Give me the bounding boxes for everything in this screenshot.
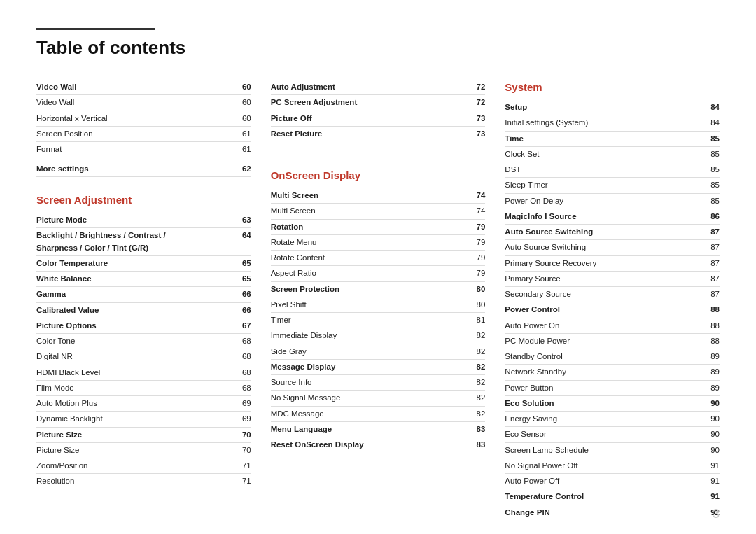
table-row: Picture Mode 63 [36, 213, 251, 228]
entry-label: More settings [36, 162, 232, 177]
table-row: Power Button 89 [505, 380, 720, 395]
entry-label: Zoom/Position [36, 458, 232, 474]
entry-page: 91 [700, 474, 720, 489]
entry-label: Gamma [36, 287, 232, 302]
table-row: Dynamic Backlight 69 [36, 412, 251, 427]
entry-label: PC Screen Adjustment [271, 95, 466, 111]
table-row: Video Wall 60 [36, 80, 251, 95]
entry-page: 79 [465, 251, 485, 266]
entry-page: 73 [465, 111, 485, 126]
table-row: Side Gray 82 [271, 344, 486, 359]
entry-label: No Signal Power Off [505, 458, 700, 473]
entry-page: 82 [465, 328, 485, 344]
entry-page: 87 [700, 225, 720, 240]
entry-label: Multi Screen [271, 204, 466, 219]
entry-page: 79 [465, 219, 485, 234]
entry-page: 66 [232, 302, 251, 318]
entry-label: Film Mode [36, 380, 232, 395]
entry-page: 85 [700, 131, 720, 146]
entry-label: Immediate Display [271, 328, 466, 344]
entry-label: Backlight / Brightness / Contrast /Sharp… [36, 228, 232, 256]
entry-label: Picture Size [36, 442, 232, 458]
entry-label: Source Info [271, 375, 466, 391]
table-row: Zoom/Position 71 [36, 458, 251, 474]
entry-page: 74 [465, 188, 485, 204]
entry-label: Picture Off [271, 111, 466, 126]
entry-label: Clock Set [505, 146, 700, 162]
entry-page: 88 [700, 302, 720, 318]
table-row: Time 85 [505, 131, 720, 146]
entry-page: 85 [700, 162, 720, 178]
entry-label: HDMI Black Level [36, 365, 232, 380]
entry-label: No Signal Message [271, 391, 466, 406]
entry-label: Reset OnScreen Display [271, 437, 466, 453]
page: Table of contents Video Wall 60 Video Wa… [0, 0, 756, 534]
table-row: HDMI Black Level 68 [36, 365, 251, 380]
table-row: Horizontal x Vertical 60 [36, 111, 251, 126]
table-row: Film Mode 68 [36, 380, 251, 395]
entry-label: Format [36, 142, 232, 157]
system-title: System [505, 81, 720, 93]
entry-page: 83 [465, 437, 485, 453]
toc-columns: Video Wall 60 Video Wall 60 Horizontal x… [36, 80, 720, 520]
entry-page: 90 [700, 442, 720, 458]
table-row: Multi Screen 74 [271, 204, 486, 219]
table-row: Message Display 82 [271, 359, 486, 374]
entry-page: 74 [465, 204, 485, 219]
entry-label: Initial settings (System) [505, 115, 700, 131]
table-row: Aspect Ratio 79 [271, 266, 486, 281]
entry-label: Multi Screen [271, 188, 466, 204]
table-row: Pixel Shift 80 [271, 297, 486, 312]
entry-page: 68 [232, 380, 251, 395]
entry-page: 68 [232, 334, 251, 349]
entry-page: 81 [465, 313, 485, 328]
entry-page: 82 [465, 359, 485, 374]
table-row: Temperature Control 91 [505, 489, 720, 505]
table-row: Picture Options 67 [36, 318, 251, 333]
entry-label: Side Gray [271, 344, 466, 359]
entry-page: 84 [700, 100, 720, 115]
table-row: Timer 81 [271, 313, 486, 328]
entry-label: Color Temperature [36, 255, 232, 271]
entry-label: Sleep Timer [505, 178, 700, 193]
entry-page: 82 [465, 375, 485, 391]
entry-label: Auto Source Switching [505, 240, 700, 255]
entry-page: 65 [232, 272, 251, 287]
entry-label: Video Wall [36, 80, 232, 95]
table-row: Multi Screen 74 [271, 188, 486, 204]
entry-label: Change PIN [505, 505, 700, 520]
entry-label: Screen Protection [271, 281, 466, 297]
onscreen-table: Multi Screen 74 Multi Screen 74 Rotation… [271, 188, 486, 452]
entry-label: Energy Saving [505, 412, 700, 427]
table-row: PC Module Power 88 [505, 333, 720, 349]
table-row: Digital NR 68 [36, 349, 251, 365]
screen-adj-table: Picture Mode 63 Backlight / Brightness /… [36, 213, 251, 489]
table-row: Picture Size 70 [36, 442, 251, 458]
entry-label: Dynamic Backlight [36, 412, 232, 427]
entry-label: Standby Control [505, 349, 700, 365]
entry-label: Setup [505, 100, 700, 115]
entry-page: 87 [700, 287, 720, 302]
entry-label: Auto Adjustment [271, 80, 466, 95]
table-row: Rotation 79 [271, 219, 486, 234]
table-row: Auto Motion Plus 69 [36, 396, 251, 412]
entry-label: Resolution [36, 474, 232, 489]
table-row: Resolution 71 [36, 474, 251, 489]
table-row: No Signal Message 82 [271, 391, 486, 406]
entry-page: 69 [232, 412, 251, 427]
table-row: Power On Delay 85 [505, 193, 720, 209]
entry-label: Picture Size [36, 427, 232, 442]
entry-label: PC Module Power [505, 333, 700, 349]
entry-page: 68 [232, 365, 251, 380]
entry-label: Screen Lamp Schedule [505, 442, 700, 458]
entry-page: 87 [700, 271, 720, 286]
entry-page: 90 [700, 427, 720, 442]
table-row: Auto Source Switching 87 [505, 225, 720, 240]
table-row: Clock Set 85 [505, 146, 720, 162]
system-table: Setup 84 Initial settings (System) 84 Ti… [505, 100, 720, 520]
entry-page: 62 [232, 162, 251, 177]
entry-page: 82 [465, 344, 485, 359]
entry-label: MagicInfo I Source [505, 209, 700, 224]
entry-page: 87 [700, 255, 720, 271]
table-row: Picture Size 70 [36, 427, 251, 442]
